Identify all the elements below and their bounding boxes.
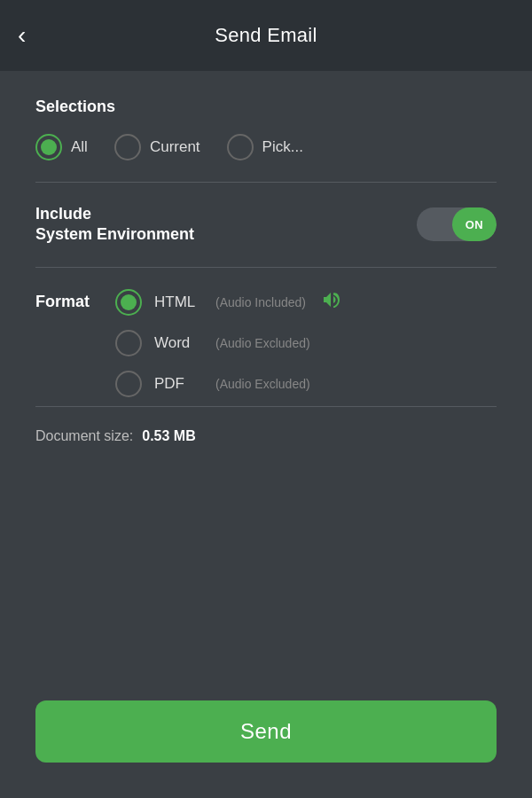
format-section: Format HTML (Audio Included) Word	[35, 289, 497, 397]
format-html[interactable]: HTML (Audio Included)	[115, 289, 497, 316]
radio-html-circle	[115, 289, 142, 316]
format-label: Format	[35, 289, 98, 311]
format-word-label: Word	[154, 334, 203, 352]
radio-all-label: All	[71, 138, 88, 156]
format-word-note: (Audio Excluded)	[215, 336, 310, 350]
toggle-on-track: ON	[452, 207, 497, 241]
radio-all-circle	[35, 134, 62, 160]
include-system-toggle[interactable]: ON	[417, 207, 497, 241]
format-options: HTML (Audio Included) Word (Audio Exclud…	[115, 289, 497, 397]
format-pdf[interactable]: PDF (Audio Excluded)	[115, 371, 497, 397]
radio-current-label: Current	[150, 138, 200, 156]
audio-icon	[324, 292, 343, 312]
format-html-label: HTML	[154, 293, 203, 311]
divider-2	[35, 267, 497, 268]
radio-pick-circle	[227, 134, 254, 160]
divider-1	[35, 182, 497, 183]
page-title: Send Email	[215, 24, 317, 47]
radio-pick-label: Pick...	[262, 138, 303, 156]
format-pdf-label: PDF	[154, 375, 203, 393]
selections-radio-group: All Current Pick...	[35, 134, 497, 160]
selection-all[interactable]: All	[35, 134, 88, 160]
selection-current[interactable]: Current	[114, 134, 200, 160]
selection-pick[interactable]: Pick...	[227, 134, 303, 160]
format-pdf-note: (Audio Excluded)	[215, 377, 310, 391]
send-button[interactable]: Send	[35, 700, 497, 763]
selections-label: Selections	[35, 98, 497, 116]
divider-3	[35, 406, 497, 407]
radio-pdf-circle	[115, 371, 142, 397]
format-word[interactable]: Word (Audio Excluded)	[115, 330, 497, 356]
radio-word-circle	[115, 330, 142, 356]
header: ‹ Send Email	[0, 0, 532, 71]
send-button-wrapper: Send	[35, 700, 497, 763]
include-system-label: Include System Environment	[35, 204, 194, 246]
document-size-label: Document size:	[35, 428, 133, 444]
document-size-row: Document size: 0.53 MB	[35, 428, 497, 444]
back-button[interactable]: ‹	[18, 23, 26, 48]
radio-current-circle	[114, 134, 141, 160]
main-content: Selections All Current Pick... Include S…	[0, 71, 532, 480]
format-html-note: (Audio Included)	[215, 295, 306, 309]
toggle-on-text: ON	[466, 218, 484, 231]
include-system-env-row: Include System Environment ON	[35, 204, 497, 246]
document-size-value: 0.53 MB	[142, 428, 195, 444]
